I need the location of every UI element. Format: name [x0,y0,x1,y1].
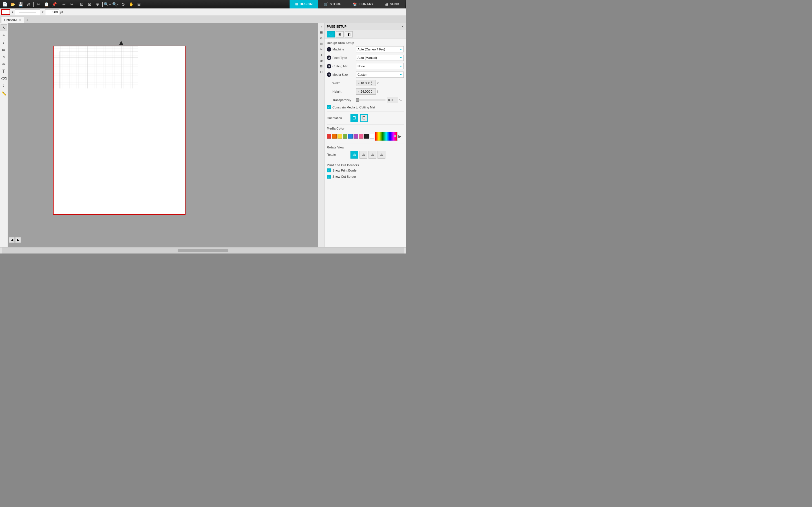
color-swatches-row: ▶ [327,132,404,141]
rf-transform-btn[interactable]: ⊕ [319,36,324,41]
rf-distribute-btn[interactable]: ☰ [319,30,324,35]
swatch-black[interactable] [364,134,369,138]
new-file-btn[interactable]: 📄 [1,1,8,8]
height-stepper[interactable]: ▲ ▼ [371,89,373,94]
ruler-tool-btn[interactable]: 📏 [1,90,7,97]
swatch-green[interactable] [343,134,347,138]
feed-type-step: 2 [327,55,331,60]
nav-send-tab[interactable]: 🖨 SEND [379,0,405,8]
height-input[interactable]: ▲ 24.000 ▲ ▼ [356,89,376,95]
rf-replicate-btn[interactable]: ✂ [319,47,324,52]
move-tool-btn[interactable]: ✋ [128,1,135,8]
eraser-tool-btn[interactable]: ⌫ [1,75,7,82]
machine-dropdown[interactable]: Auto (Cameo 4 Pro) ▼ [356,46,404,52]
cutting-mat-dropdown[interactable]: None ▼ [356,63,404,69]
width-down-btn[interactable]: ▼ [371,83,373,86]
rotate-90-btn[interactable]: ab [359,151,367,159]
doc-tab-untitled[interactable]: Untitled-1 × [1,17,24,23]
copy-btn[interactable]: 📋 [43,1,50,8]
text-tool-btn[interactable]: T [1,68,7,75]
swatch-blue[interactable] [348,134,353,138]
show-print-border-checkbox[interactable] [327,168,331,172]
constrain-media-row: Constrain Media to Cutting Mat [327,105,404,109]
rotate-270-btn[interactable]: ab [377,151,386,159]
save-file-btn[interactable]: 💾 [17,1,24,8]
stroke-style-selector[interactable] [15,9,40,15]
rotate-180-btn[interactable]: ab [368,151,376,159]
shape-dropdown-arrow[interactable]: ▼ [11,11,14,13]
knife-tool-btn[interactable]: ⌇ [1,83,7,90]
show-print-border-row: Show Print Border [327,168,404,172]
stroke-width-field[interactable]: 0.00 [45,9,59,15]
line-tool-btn[interactable]: / [1,39,7,46]
nav-library-tab[interactable]: 📚 LIBRARY [347,0,379,8]
media-color-title: Media Color [327,127,404,130]
swatch-pink[interactable] [359,134,363,138]
panel-close-btn[interactable]: × [402,24,404,29]
point-edit-btn[interactable]: ⊕ [94,1,101,8]
redo-btn[interactable]: ↪ [68,1,75,8]
nav-store-tab[interactable]: 🛒 STORE [318,0,347,8]
rf-pathfinder-btn[interactable]: ◫ [319,41,324,46]
rf-dots-btn[interactable]: ⊟ [319,69,324,74]
node-tool-btn[interactable]: ⟡ [1,32,7,38]
panel-content: Design Area Setup 1 Machine Auto (Cameo … [324,39,406,247]
height-up-btn[interactable]: ▲ [371,89,373,92]
rectangle-tool-btn[interactable]: ▭ [1,46,7,53]
rf-layers-btn[interactable]: ⊞ [319,64,324,69]
cut-btn[interactable]: ✂ [35,1,42,8]
rf-favorites-btn[interactable]: ★ [319,52,324,57]
rf-align-btn[interactable]: ↑ [319,24,324,29]
rf-colorize-btn[interactable]: ◑ [319,58,324,63]
canvas-area[interactable]: ▲ [8,23,324,247]
paste-btn[interactable]: 📌 [50,1,58,8]
zoom-out-btn[interactable]: 🔍- [112,1,119,8]
swatch-yellow[interactable] [338,134,342,138]
show-cut-border-checkbox[interactable] [327,175,331,179]
transparency-slider[interactable] [356,100,386,101]
feed-type-dropdown[interactable]: Auto (Manual) ▼ [356,55,404,61]
zoom-in-btn[interactable]: 🔍+ [104,1,111,8]
open-file-btn[interactable]: 📂 [9,1,16,8]
panel-tab-grid[interactable]: ⊞ [336,31,344,38]
rotate-0-btn[interactable]: ab [350,151,358,159]
transparency-input[interactable]: 0.0 [387,97,398,103]
transparency-label: Transparency [333,98,355,102]
tab-close-btn[interactable]: × [19,18,21,21]
ellipse-tool-btn[interactable]: ○ [1,54,7,60]
constrain-media-checkbox[interactable] [327,105,331,109]
ungroup-btn[interactable]: ⊠ [86,1,93,8]
landscape-btn[interactable]: 🗒 [360,114,368,122]
scroll-bar[interactable] [177,249,229,252]
transparency-thumb[interactable] [356,98,359,102]
stroke-dropdown-arrow[interactable]: ▼ [42,11,44,13]
nav-left-btn[interactable]: ◀ [9,237,15,243]
add-tab-btn[interactable]: + [24,17,30,23]
select-group-btn[interactable]: ⊡ [78,1,86,8]
height-down-btn[interactable]: ▼ [371,92,373,94]
shape-color-swatch[interactable] [1,9,10,15]
width-input[interactable]: ▲ 18.900 ▲ ▼ [356,80,376,86]
undo-btn[interactable]: ↩ [60,1,68,8]
pencil-tool-btn[interactable]: ✏ [1,61,7,68]
panel-header: PAGE SETUP × [324,23,406,30]
nav-design-tab[interactable]: ⊞ DESIGN [290,0,318,8]
color-picker-expand-btn[interactable]: ▶ [398,134,402,138]
media-size-dropdown[interactable]: Custom ▼ [356,71,404,78]
swatch-white[interactable] [370,134,374,138]
select-tool-btn[interactable]: ↖ [1,24,7,31]
width-up-btn[interactable]: ▲ [371,81,373,83]
width-stepper[interactable]: ▲ ▼ [371,81,373,86]
add-point-btn[interactable]: ⊞ [135,1,143,8]
swatch-red[interactable] [327,134,331,138]
color-gradient-picker[interactable] [375,132,398,141]
panel-tab-media[interactable]: ◧ [345,31,353,38]
zoom-fit-btn[interactable]: ⊙ [119,1,127,8]
swatch-orange[interactable] [332,134,337,138]
portrait-btn[interactable]: 🗒 [350,114,358,122]
print-cut-section: Print and Cut Borders Show Print Border … [327,163,404,179]
print-btn[interactable]: 🖨 [25,1,32,8]
panel-tab-page[interactable]: ▭ [327,31,335,38]
swatch-purple[interactable] [354,134,358,138]
nav-right-btn[interactable]: ▶ [15,237,21,243]
